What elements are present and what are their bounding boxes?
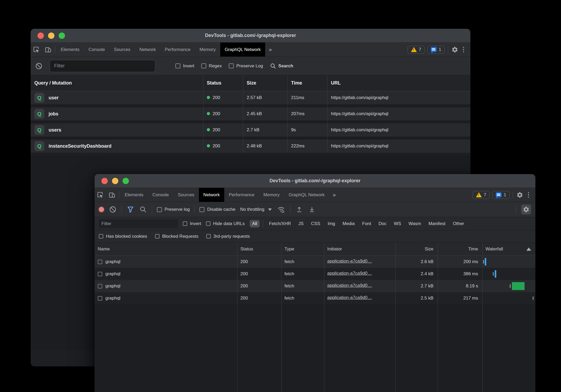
close-button[interactable]	[38, 32, 44, 39]
type-chip-js[interactable]: JS	[296, 220, 306, 227]
tab-graphql-network[interactable]: GraphQL Network	[220, 43, 265, 57]
tab-memory[interactable]: Memory	[195, 43, 220, 57]
table-row[interactable]: Q instanceSecurityDashboard 200 2.48 kB …	[31, 139, 470, 153]
tab-performance[interactable]: Performance	[160, 43, 195, 57]
preserve-log-checkbox[interactable]: Preserve log	[157, 207, 190, 212]
network-settings-gear-icon[interactable]	[521, 204, 531, 214]
filter-input[interactable]	[50, 60, 155, 72]
type-chip-ws[interactable]: WS	[391, 220, 404, 227]
warnings-badge[interactable]: 7	[408, 46, 425, 54]
blocked-requests-checkbox[interactable]: Blocked Requests	[155, 234, 198, 239]
filter-input[interactable]	[99, 219, 178, 228]
device-toolbar-icon[interactable]	[106, 188, 118, 202]
tab-memory[interactable]: Memory	[259, 188, 284, 202]
tab-sources[interactable]: Sources	[173, 188, 199, 202]
table-row[interactable]: Q jobs 200 2.45 kB 207ms https://gitlab.…	[31, 107, 470, 120]
device-toolbar-icon[interactable]	[42, 43, 54, 57]
request-row[interactable]: graphql 200 fetch application-a7ca9d0… 2…	[95, 292, 535, 304]
tab-performance[interactable]: Performance	[224, 188, 259, 202]
tab-network[interactable]: Network	[135, 43, 160, 57]
regex-checkbox[interactable]: Regex	[201, 63, 222, 69]
row-checkbox[interactable]	[98, 260, 102, 264]
clear-icon[interactable]	[109, 206, 117, 213]
search-icon[interactable]	[139, 206, 147, 213]
initiator-link[interactable]: application-a7ca9d0…	[327, 271, 372, 276]
search-button[interactable]: Search	[270, 63, 293, 69]
column-header-time[interactable]: Time	[287, 80, 327, 86]
tab-network[interactable]: Network	[199, 188, 224, 202]
column-header-time[interactable]: Time	[438, 246, 482, 252]
row-checkbox[interactable]	[98, 296, 102, 301]
table-row[interactable]: Q users 200 2.7 kB 9s https://gitlab.com…	[31, 123, 470, 137]
column-header-size[interactable]: Size	[395, 246, 438, 252]
tab-sources[interactable]: Sources	[109, 43, 135, 57]
close-button[interactable]	[101, 178, 108, 184]
column-header-query-mutation[interactable]: Query / Mutation	[31, 80, 203, 86]
invert-checkbox[interactable]: Invert	[183, 221, 201, 226]
column-header-status[interactable]: Status	[203, 80, 243, 86]
more-options-icon[interactable]	[526, 192, 531, 198]
record-button[interactable]	[99, 207, 104, 212]
third-party-requests-checkbox[interactable]: 3rd-party requests	[206, 234, 250, 239]
more-options-icon[interactable]	[461, 47, 466, 53]
hide-data-urls-checkbox[interactable]: Hide data URLs	[206, 221, 245, 226]
titlebar[interactable]: DevTools - gitlab.com/-/graphql-explorer	[95, 174, 535, 188]
request-row[interactable]: graphql 200 fetch application-a7ca9d0… 2…	[95, 256, 535, 268]
settings-gear-icon[interactable]	[516, 192, 523, 198]
column-header-status[interactable]: Status	[237, 246, 281, 252]
request-row[interactable]: graphql 200 fetch application-a7ca9d0… 2…	[95, 268, 535, 280]
type-chip-doc[interactable]: Doc	[376, 220, 389, 227]
has-blocked-cookies-checkbox[interactable]: Has blocked cookies	[99, 234, 147, 239]
type-chip-all[interactable]: All	[250, 220, 260, 227]
initiator-link[interactable]: application-a7ca9d0…	[327, 259, 372, 264]
type-chip-fetch-xhr[interactable]: Fetch/XHR	[266, 220, 293, 227]
throttling-dropdown[interactable]: No throttling	[240, 207, 272, 212]
column-header-url[interactable]: URL	[327, 80, 470, 86]
row-checkbox[interactable]	[98, 284, 102, 288]
column-header-size[interactable]: Size	[243, 80, 287, 86]
messages-badge[interactable]: 1	[492, 191, 509, 199]
invert-checkbox[interactable]: Invert	[175, 63, 194, 69]
column-header-type[interactable]: Type	[281, 246, 324, 252]
minimize-button[interactable]	[112, 178, 118, 184]
import-har-icon[interactable]	[295, 206, 303, 213]
minimize-button[interactable]	[48, 32, 54, 39]
tab-console[interactable]: Console	[84, 43, 109, 57]
export-har-icon[interactable]	[308, 206, 316, 213]
tab-elements[interactable]: Elements	[56, 43, 84, 57]
warnings-badge[interactable]: 7	[473, 191, 490, 199]
preserve-log-checkbox[interactable]: Preserve Log	[229, 63, 263, 69]
initiator-link[interactable]: application-a7ca9d0…	[327, 283, 372, 288]
titlebar[interactable]: DevTools - gitlab.com/-/graphql-explorer	[31, 29, 470, 43]
more-tabs-icon[interactable]: »	[265, 43, 275, 57]
status-code: 200	[213, 111, 220, 116]
network-conditions-icon[interactable]	[277, 206, 286, 213]
column-header-initiator[interactable]: Initiator	[324, 246, 395, 252]
messages-badge[interactable]: 1	[427, 46, 445, 54]
more-tabs-icon[interactable]: »	[329, 188, 339, 202]
row-checkbox[interactable]	[98, 272, 102, 276]
zoom-button[interactable]	[123, 178, 129, 184]
initiator-link[interactable]: application-a7ca9d0…	[327, 295, 372, 300]
tab-console[interactable]: Console	[148, 188, 173, 202]
column-header-name[interactable]: Name	[95, 246, 237, 252]
type-chip-other[interactable]: Other	[450, 220, 467, 227]
tab-elements[interactable]: Elements	[120, 188, 148, 202]
type-chip-img[interactable]: Img	[325, 220, 338, 227]
settings-gear-icon[interactable]	[451, 46, 458, 53]
table-row[interactable]: Q user 200 2.57 kB 211ms https://gitlab.…	[31, 91, 470, 104]
type-chip-font[interactable]: Font	[359, 220, 374, 227]
request-row[interactable]: graphql 200 fetch application-a7ca9d0… 2…	[95, 280, 535, 292]
type-chip-media[interactable]: Media	[340, 220, 357, 227]
type-chip-manifest[interactable]: Manifest	[426, 220, 448, 227]
filter-funnel-icon[interactable]	[127, 206, 134, 213]
inspect-element-icon[interactable]	[31, 43, 42, 57]
column-header-waterfall[interactable]: Waterfall	[482, 246, 535, 252]
type-chip-css[interactable]: CSS	[308, 220, 323, 227]
tab-graphql-network[interactable]: GraphQL Network	[284, 188, 329, 202]
disable-cache-checkbox[interactable]: Disable cache	[199, 207, 235, 212]
clear-icon[interactable]	[35, 62, 43, 70]
zoom-button[interactable]	[59, 32, 65, 39]
type-chip-wasm[interactable]: Wasm	[406, 220, 424, 227]
inspect-element-icon[interactable]	[95, 188, 106, 202]
